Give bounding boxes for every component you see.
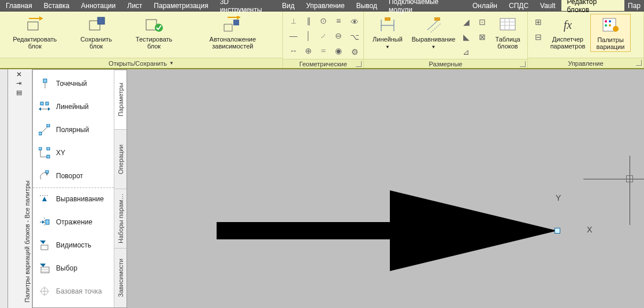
test-block-button[interactable]: Тестировать блок <box>126 14 181 51</box>
menu-item[interactable]: Параметризация <box>148 0 214 11</box>
dialog-launcher-icon[interactable] <box>520 61 526 67</box>
param-manager-button[interactable]: fx Диспетчер параметров <box>548 14 588 51</box>
menu-item[interactable]: Вид <box>276 0 300 11</box>
constraint-icon[interactable]: ∥ <box>301 14 315 28</box>
label: Сохранить блок <box>73 36 120 50</box>
constraint-icon[interactable]: ― <box>286 29 300 43</box>
linear-dim-icon <box>378 15 397 35</box>
menu-item[interactable]: Подключаемые модули <box>383 0 467 11</box>
panel-title[interactable]: Размерные <box>364 59 527 68</box>
menu-item[interactable]: Онлайн <box>467 0 503 11</box>
auto-constraints-button[interactable]: Автоналожение зависимостей <box>187 14 279 51</box>
linear-dim-button[interactable]: Линейный ▼ <box>367 14 408 52</box>
menu-item[interactable]: Вставка <box>38 0 76 11</box>
dim-icon[interactable]: ◣ <box>459 30 473 44</box>
pal-base[interactable]: Базовая точка <box>33 280 114 303</box>
crosshair-horizontal <box>583 179 644 179</box>
menu-item[interactable]: Управление <box>300 0 351 11</box>
constraint-icon[interactable]: ⟂ <box>286 14 300 28</box>
palette-list: Точечный Линейный Полярный XY Поворот Вы… <box>33 70 114 307</box>
label: Выравнивание ▼ <box>412 36 456 51</box>
panel-title[interactable]: Геометрические <box>283 59 363 68</box>
label: Линейный <box>56 103 89 111</box>
constraint-icon[interactable]: ⊖ <box>332 29 345 43</box>
block-table-button[interactable]: Таблица блоков <box>492 14 524 51</box>
basepoint-icon <box>39 286 50 297</box>
label: Палитры вариации <box>597 36 625 50</box>
svg-point-12 <box>609 20 611 22</box>
visibility-icon <box>39 239 50 251</box>
pal-mirror[interactable]: Отражение <box>33 211 114 234</box>
dim-icon[interactable]: ⊡ <box>475 15 489 29</box>
save-block-icon <box>87 15 106 35</box>
align-dim-button[interactable]: Выравнивание ▼ <box>410 14 457 52</box>
options-icon[interactable]: ▤ <box>16 89 22 96</box>
close-icon[interactable]: ✕ <box>16 70 22 78</box>
menu-item[interactable]: Лист <box>121 0 148 11</box>
pal-linear[interactable]: Линейный <box>33 95 114 118</box>
constraint-icon[interactable]: ⟋ <box>317 29 330 43</box>
dialog-launcher-icon[interactable] <box>356 61 362 67</box>
hide-icon[interactable]: ⌥ <box>348 30 362 44</box>
dropdown-icon: ▼ <box>169 61 174 66</box>
pal-polar[interactable]: Полярный <box>33 118 114 141</box>
constraint-icon[interactable]: ＝ <box>317 44 330 58</box>
manage-icon[interactable]: ⊞ <box>531 15 545 29</box>
authoring-palettes-button[interactable]: Палитры вариации <box>590 14 631 52</box>
palette-tab-parameters[interactable]: Параметры <box>114 70 126 129</box>
pal-vis[interactable]: Видимость <box>33 234 114 257</box>
constraint-icon[interactable]: ◉ <box>332 44 345 58</box>
menu-item[interactable]: Аннотации <box>75 0 121 11</box>
auto-constraints-icon <box>223 15 243 35</box>
dim-icon[interactable]: ◢ <box>459 15 473 29</box>
palette-tab-paramsets[interactable]: Наборы парам… <box>114 189 126 248</box>
svg-point-14 <box>609 24 611 27</box>
dim-icon[interactable]: ⊠ <box>475 30 489 44</box>
dim-icon[interactable]: ⊿ <box>459 45 473 59</box>
settings-icon[interactable]: ⚙ <box>348 45 362 59</box>
constraint-icon[interactable]: ⊕ <box>301 44 315 58</box>
left-rail <box>0 69 8 308</box>
manage-icon[interactable]: ⊟ <box>531 30 545 44</box>
svg-rect-18 <box>46 102 49 105</box>
pal-lookup[interactable]: Выбор <box>33 257 114 280</box>
panel-dimensional: Линейный ▼ Выравнивание ▼ ◢ ◣ ⊿ ⊡ ⊠ <box>364 12 528 68</box>
menu-item[interactable]: Vault <box>534 0 561 11</box>
panel-title[interactable]: Открыть/Сохранить ▼ <box>0 58 282 68</box>
edit-block-button[interactable]: Редактировать блок <box>3 14 66 51</box>
manage-side-icons: ⊞ ⊟ <box>531 14 545 44</box>
svg-marker-29 <box>217 190 557 271</box>
constraint-icon[interactable]: ≡ <box>332 14 345 28</box>
constraint-icon[interactable]: ↔ <box>286 44 300 58</box>
pal-xy[interactable]: XY <box>33 141 114 164</box>
axis-y-label: Y <box>556 193 561 202</box>
menu-item[interactable]: Главная <box>0 0 38 11</box>
cursor-pickbox <box>626 175 633 182</box>
fx-icon: fx <box>558 15 578 35</box>
palette-tab-constraints[interactable]: Зависимости <box>114 248 126 307</box>
menu-item[interactable]: СПДС <box>503 0 534 11</box>
pal-point[interactable]: Точечный <box>33 72 114 95</box>
show-icon[interactable]: 👁 <box>348 15 362 29</box>
arrow-graphic <box>217 190 563 271</box>
xy-icon <box>39 147 50 159</box>
label: Полярный <box>56 126 89 134</box>
menu-item[interactable]: 3D инструменты <box>214 0 277 11</box>
save-block-button[interactable]: Сохранить блок <box>71 14 122 51</box>
label: Редактировать блок <box>6 36 64 50</box>
dimensional-side-icons: ◢ ◣ ⊿ <box>459 14 473 59</box>
dialog-launcher-icon[interactable] <box>636 60 642 66</box>
lookup-icon <box>39 262 50 274</box>
palette-tab-actions[interactable]: Операции <box>114 129 126 189</box>
pal-rotate[interactable]: Поворот <box>33 164 114 187</box>
pin-icon[interactable]: ⇥ <box>16 80 21 87</box>
grip-handle[interactable] <box>554 228 560 234</box>
drawing-canvas[interactable]: Y X <box>127 69 644 308</box>
menu-item[interactable]: Вывод <box>351 0 383 11</box>
constraint-icon[interactable]: ⊙ <box>317 14 330 28</box>
menu-item-active[interactable]: Редактор блоков <box>561 0 624 11</box>
constraint-icon[interactable]: │ <box>301 29 315 43</box>
panel-title[interactable]: Управление <box>528 58 643 68</box>
label: Тестировать блок <box>128 36 179 50</box>
pal-align[interactable]: Выравнивание <box>33 187 114 211</box>
